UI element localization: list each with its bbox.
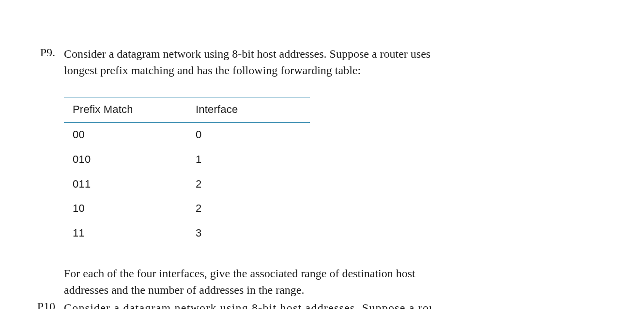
- cell-prefix: 00: [64, 122, 187, 147]
- cell-interface: 0: [187, 122, 310, 147]
- table-header-row: Prefix Match Interface: [64, 97, 310, 123]
- forwarding-table: Prefix Match Interface 00 0 010 1: [64, 97, 310, 246]
- col-header-prefix: Prefix Match: [64, 97, 187, 123]
- cell-interface: 2: [187, 172, 310, 197]
- cell-interface: 2: [187, 196, 310, 221]
- page-content: P9. Consider a datagram network using 8-…: [0, 0, 644, 309]
- cutoff-problem-number: P10: [33, 300, 64, 309]
- cell-prefix: 011: [64, 172, 187, 197]
- problem-outro-text: For each of the four interfaces, give th…: [64, 266, 432, 298]
- table-row: 10 2: [64, 196, 310, 221]
- cell-prefix: 010: [64, 147, 187, 172]
- problem-number: P9.: [33, 46, 64, 59]
- cell-prefix: 11: [64, 221, 187, 246]
- col-header-interface: Interface: [187, 97, 310, 123]
- cell-interface: 3: [187, 221, 310, 246]
- table-row: 010 1: [64, 147, 310, 172]
- table-row: 11 3: [64, 221, 310, 246]
- problem-block: P9. Consider a datagram network using 8-…: [33, 46, 615, 298]
- forwarding-table-wrap: Prefix Match Interface 00 0 010 1: [64, 97, 310, 246]
- cell-prefix: 10: [64, 196, 187, 221]
- cutoff-next-problem: P10 Consider a datagram network using 8-…: [33, 300, 615, 309]
- problem-intro-text: Consider a datagram network using 8-bit …: [64, 46, 432, 79]
- cutoff-problem-text: Consider a datagram network using 8-bit …: [64, 300, 432, 309]
- cell-interface: 1: [187, 147, 310, 172]
- table-row: 011 2: [64, 172, 310, 197]
- problem-body: Consider a datagram network using 8-bit …: [64, 46, 432, 298]
- table-row: 00 0: [64, 122, 310, 147]
